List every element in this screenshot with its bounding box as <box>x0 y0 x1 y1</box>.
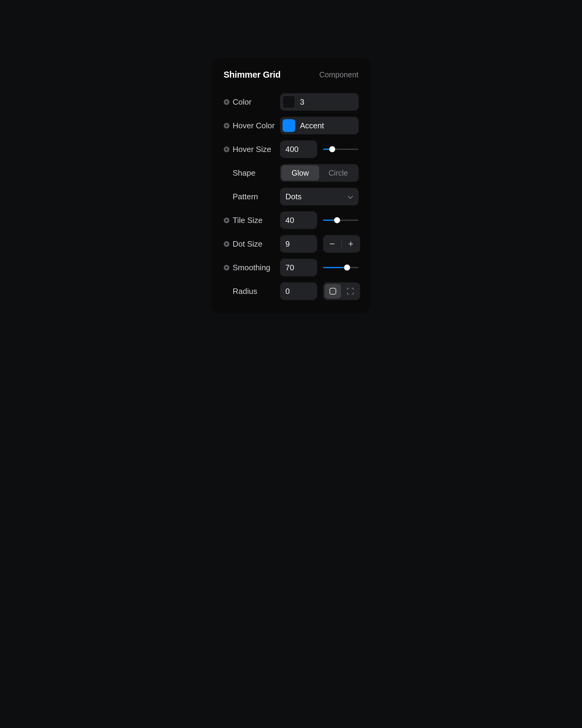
slider-thumb[interactable] <box>334 217 340 223</box>
color-value: 3 <box>300 97 304 107</box>
increment-button[interactable]: + <box>342 235 360 253</box>
shape-option-glow[interactable]: Glow <box>281 165 320 181</box>
radius-uniform-button[interactable] <box>325 284 341 298</box>
color-row: Color 3 <box>224 93 359 111</box>
plus-circle-icon[interactable] <box>224 217 229 223</box>
slider-thumb[interactable] <box>329 146 335 152</box>
hover-size-row: Hover Size 400 <box>224 140 359 158</box>
smoothing-row: Smoothing 70 <box>224 259 359 276</box>
radius-mode-toggle <box>323 282 360 300</box>
plus-circle-icon[interactable] <box>224 147 229 152</box>
radius-value: 0 <box>285 287 290 296</box>
shape-option-circle[interactable]: Circle <box>319 165 357 181</box>
hover-color-row: Hover Color Accent <box>224 117 359 134</box>
decrement-button[interactable]: − <box>323 235 342 253</box>
slider-thumb[interactable] <box>344 264 350 270</box>
shape-segmented: Glow Circle <box>280 164 359 182</box>
plus-circle-icon[interactable] <box>224 123 229 129</box>
radius-per-corner-button[interactable] <box>342 284 359 298</box>
smoothing-value: 70 <box>285 263 294 272</box>
shape-label: Shape <box>233 168 255 178</box>
radius-row: Radius 0 <box>224 282 359 300</box>
radius-label: Radius <box>233 287 257 296</box>
dot-size-stepper: − + <box>323 235 360 253</box>
tile-size-slider[interactable] <box>323 211 359 229</box>
pattern-value: Dots <box>285 192 302 201</box>
tile-size-input[interactable]: 40 <box>280 211 317 229</box>
plus-circle-icon[interactable] <box>224 241 229 247</box>
pattern-select[interactable]: Dots <box>280 188 359 205</box>
radius-input[interactable]: 0 <box>280 282 317 300</box>
color-label: Color <box>233 97 252 107</box>
panel-header: Shimmer Grid Component <box>224 70 359 80</box>
hover-color-value: Accent <box>300 121 324 130</box>
dot-size-value: 9 <box>285 239 290 249</box>
pattern-label: Pattern <box>233 192 258 201</box>
smoothing-input[interactable]: 70 <box>280 259 317 276</box>
square-icon <box>330 288 336 294</box>
dot-size-input[interactable]: 9 <box>280 235 317 253</box>
pattern-row: Pattern Dots <box>224 188 359 205</box>
color-swatch <box>282 96 295 108</box>
dot-size-row: Dot Size 9 − + <box>224 235 359 253</box>
smoothing-slider[interactable] <box>323 259 359 276</box>
hover-size-input[interactable]: 400 <box>280 140 317 158</box>
color-field[interactable]: 3 <box>280 93 359 111</box>
hover-color-swatch <box>282 119 295 132</box>
properties-panel: Shimmer Grid Component Color 3 Hover Col… <box>212 58 371 313</box>
hover-size-label: Hover Size <box>233 145 271 154</box>
tile-size-row: Tile Size 40 <box>224 211 359 229</box>
hover-size-slider[interactable] <box>323 140 359 158</box>
tile-size-value: 40 <box>285 216 294 225</box>
corners-icon <box>347 288 354 294</box>
smoothing-label: Smoothing <box>233 263 270 272</box>
chevron-down-icon <box>348 194 353 199</box>
plus-circle-icon[interactable] <box>224 265 229 270</box>
panel-tag: Component <box>319 70 358 79</box>
panel-title: Shimmer Grid <box>224 70 281 80</box>
shape-row: Shape Glow Circle <box>224 164 359 182</box>
dot-size-label: Dot Size <box>233 239 262 249</box>
hover-size-value: 400 <box>285 145 299 154</box>
plus-circle-icon[interactable] <box>224 99 229 105</box>
hover-color-label: Hover Color <box>233 121 275 130</box>
tile-size-label: Tile Size <box>233 216 263 225</box>
hover-color-field[interactable]: Accent <box>280 117 359 134</box>
